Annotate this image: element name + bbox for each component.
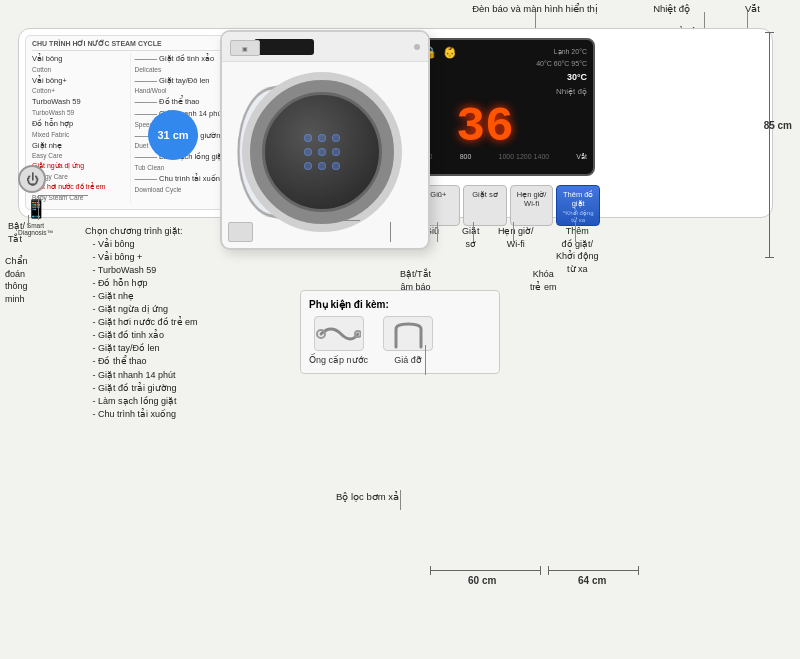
washing-machine-body: ▣: [220, 30, 430, 250]
accessories-section: Phụ kiện đi kèm: Ống cấp nước: [300, 290, 500, 374]
them-do-giat-button[interactable]: Thêm đồ giặt *Khởi động từ xa: [556, 185, 600, 226]
accessories-title: Phụ kiện đi kèm:: [309, 299, 491, 310]
width-dimension: 60 cm: [468, 575, 496, 586]
temperature-display: Lạnh 20°C 40°C 60°C 95°C 30°C Nhiệt độ: [536, 46, 587, 99]
detergent-drawer[interactable]: ▣: [230, 40, 260, 56]
active-temp: 30°C: [536, 70, 587, 85]
hen-gio-wifi-button[interactable]: Hẹn giờ/ Wi-fi: [510, 185, 554, 226]
hen-gio-ann-label: Hẹn giờ/Wi-fi: [498, 225, 534, 250]
height-dimension: 85 cm: [764, 120, 792, 131]
temp-label: Nhiệt độ: [653, 2, 690, 15]
pipe-image: [314, 316, 364, 351]
program-box: CHU TRÌNH HƠI NƯỚC STEAM CYCLE Vải bông …: [25, 35, 235, 210]
khoa-tre-em-label: Khóatrẻ em: [530, 268, 557, 293]
prog-vai-bong: Vải bông: [32, 53, 62, 65]
depth-dimension: 64 cm: [578, 575, 606, 586]
program-box-title: CHU TRÌNH HƠI NƯỚC STEAM CYCLE: [32, 40, 228, 51]
pipe-label: Ống cấp nước: [309, 355, 368, 365]
power-button[interactable]: ⏻: [18, 165, 46, 193]
washer-drum: [242, 72, 402, 232]
full-diagram: Đèn báo và màn hình hiển thị Nhiệt độ Vắ…: [0, 0, 800, 659]
acc-item-pipe: Ống cấp nước: [309, 316, 368, 365]
child-icon: 👶: [443, 46, 457, 99]
giat-so-ann-label: Giặtsơ: [462, 225, 480, 250]
drum-diameter-badge: 31 cm: [148, 110, 198, 160]
chon-chuong-trinh-label: Chọn chương trình giặt: - Vải bông - Vải…: [85, 225, 198, 421]
giat-so-button[interactable]: Giặt sơ: [463, 185, 507, 226]
bo-loc-label: Bộ lọc bơm xả: [336, 490, 399, 503]
chan-doan-label: Chẩnđoánthôngminh: [5, 255, 28, 305]
them-do-ann-label: Thêmđồ giặt/Khởi độngtừ xa: [556, 225, 599, 275]
pump-filter: [228, 222, 253, 242]
stand-label: Giá đỡ: [394, 355, 422, 365]
accessories-items: Ống cấp nước Giá đỡ: [309, 316, 491, 365]
bat-tat-label: Bật/Tắt: [8, 220, 25, 245]
